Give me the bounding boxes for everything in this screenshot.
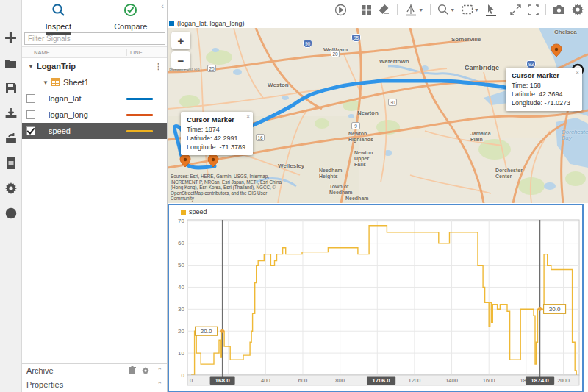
map-label: Newton — [357, 110, 379, 116]
signal-name: logan_long — [49, 110, 126, 119]
x-tick-label: 2000 — [557, 377, 570, 384]
map-label: Dorchester Center — [495, 168, 523, 179]
signal-row-speed[interactable]: speed — [22, 123, 167, 139]
signal-checkbox[interactable] — [26, 94, 35, 103]
layout-grid-icon[interactable] — [361, 4, 372, 15]
expand-axes-icon[interactable] — [510, 4, 521, 15]
archive-gear-icon[interactable] — [142, 367, 149, 374]
tooltip-title: Cursor Marker — [512, 71, 576, 79]
archive-collapse-icon[interactable]: ⌃ — [157, 367, 162, 374]
map-label: Chelsea — [554, 29, 577, 35]
svg-text:30.0: 30.0 — [549, 306, 561, 313]
chevron-down-icon: ▼ — [474, 7, 479, 13]
playback-icon[interactable] — [334, 4, 347, 16]
plot-settings-gear-icon[interactable] — [572, 4, 584, 15]
snapshot-camera-icon[interactable] — [553, 4, 565, 15]
svg-text:1874.0: 1874.0 — [531, 377, 549, 384]
map-legend: (logan_lat, logan_long) — [169, 19, 245, 28]
signal-table-header: NAME LINE — [22, 46, 167, 58]
settings-gear-icon[interactable] — [4, 181, 18, 195]
signal-browser-panel: Inspect Compare ‹ NAME LINE ▼ LoganTrip … — [22, 0, 168, 392]
x-tick-label: 400 — [261, 377, 270, 384]
data-cursors-icon[interactable]: ▼ — [404, 4, 423, 16]
cursor-value-dot — [220, 329, 224, 333]
y-tick-label: 0 — [182, 372, 185, 379]
tooltip-latitude: Latitude: 42.2991 — [187, 135, 247, 142]
tab-bar: Inspect Compare ‹ — [22, 0, 167, 32]
signal-checkbox[interactable] — [26, 110, 35, 119]
map-label: Somerville — [451, 37, 481, 43]
signal-row-logan_long[interactable]: logan_long — [22, 107, 167, 123]
close-icon[interactable]: × — [576, 69, 579, 76]
map-zoom-control: + − — [171, 32, 190, 69]
tab-compare[interactable]: Compare — [95, 0, 168, 32]
route-shield: 20 — [207, 65, 216, 72]
x-tick-label: 1600 — [483, 377, 495, 384]
add-icon[interactable] — [4, 31, 18, 45]
archive-section-bar[interactable]: Archive ⌃ — [22, 363, 167, 377]
pointer-icon[interactable] — [486, 4, 496, 16]
report-icon[interactable] — [4, 156, 18, 170]
map-label: Cambridge — [465, 65, 499, 71]
close-icon[interactable]: × — [246, 113, 250, 120]
tree-row-sheet[interactable]: ▼ Sheet1 — [22, 74, 167, 90]
signal-line-swatch — [126, 98, 153, 100]
route-shield: 30 — [388, 99, 397, 106]
chevron-down-icon: ▼ — [418, 7, 423, 13]
route-shield: 16 — [256, 134, 265, 141]
signal-line-swatch — [126, 114, 153, 116]
save-icon[interactable] — [4, 81, 18, 95]
clear-eraser-icon[interactable] — [379, 4, 390, 15]
spreadsheet-icon — [51, 78, 60, 88]
svg-text:20.0: 20.0 — [201, 328, 212, 335]
y-tick-label: 10 — [178, 350, 184, 357]
route-shield: 20 — [331, 50, 340, 57]
tree-row-run[interactable]: ▼ LoganTrip ⋮ — [22, 58, 167, 74]
properties-collapse-icon[interactable]: ⌃ — [157, 381, 162, 388]
compare-check-icon — [123, 3, 137, 20]
cursor-marker-tooltip-1874: × Cursor Marker Time: 1874 Latitude: 42.… — [181, 112, 253, 155]
twisty-expanded-icon[interactable]: ▼ — [28, 63, 34, 70]
signal-row-logan_lat[interactable]: logan_lat — [22, 90, 167, 107]
y-tick-label: 50 — [178, 262, 184, 268]
export-icon[interactable] — [4, 131, 18, 145]
chart-legend-label: speed — [189, 208, 207, 215]
y-tick-label: 70 — [178, 218, 184, 224]
map-attribution: Sources: Esri, HERE, Garmin, USGS, Inter… — [171, 174, 343, 202]
twisty-expanded-icon[interactable]: ▼ — [43, 79, 49, 86]
trash-icon[interactable] — [129, 366, 136, 374]
tooltip-title: Cursor Marker — [187, 115, 247, 124]
fullscreen-icon[interactable] — [528, 4, 539, 15]
y-tick-label: 20 — [178, 328, 184, 335]
tooltip-time: Time: 1874 — [187, 126, 247, 133]
chart-legend-swatch — [181, 210, 186, 215]
import-icon[interactable] — [4, 106, 18, 120]
tab-inspect-label: Inspect — [46, 22, 71, 35]
run-menu-kebab-icon[interactable]: ⋮ — [154, 62, 162, 71]
time-plot-panel[interactable]: 0102030405060700200400600800100012001400… — [168, 204, 584, 392]
tooltip-latitude: Latitude: 42.3694 — [512, 90, 576, 98]
properties-label: Properties — [26, 380, 149, 389]
column-header-name: NAME — [22, 49, 126, 56]
help-icon[interactable] — [4, 206, 18, 220]
open-folder-icon[interactable] — [4, 56, 18, 70]
map-legend-label: (logan_lat, logan_long) — [177, 20, 245, 27]
properties-section-bar[interactable]: Properties ⌃ — [22, 377, 167, 392]
route-shield: 9 — [351, 122, 360, 129]
archive-label: Archive — [26, 366, 123, 375]
zoom-icon[interactable]: ▼ — [437, 4, 455, 15]
speed-chart[interactable]: 0102030405060700200400600800100012001400… — [169, 205, 582, 391]
cursor-marker-tooltip-168: × Cursor Marker Time: 168 Latitude: 42.3… — [506, 68, 582, 111]
fit-to-view-icon[interactable]: ▼ — [462, 4, 479, 15]
tab-inspect[interactable]: Inspect — [22, 0, 95, 32]
collapse-panel-icon[interactable]: ‹ — [161, 1, 164, 10]
signal-name: speed — [49, 126, 126, 135]
map-zoom-out-button[interactable]: − — [171, 51, 190, 69]
map-label: Dorchester Bay — [562, 129, 588, 141]
inspect-magnifier-icon — [51, 3, 65, 20]
run-label: LoganTrip — [37, 62, 76, 71]
signal-checkbox[interactable] — [26, 126, 35, 135]
map-zoom-in-button[interactable]: + — [171, 32, 190, 49]
plot-toolbar: ▼ ▼ ▼ — [168, 0, 588, 19]
svg-text:168.0: 168.0 — [215, 377, 231, 384]
